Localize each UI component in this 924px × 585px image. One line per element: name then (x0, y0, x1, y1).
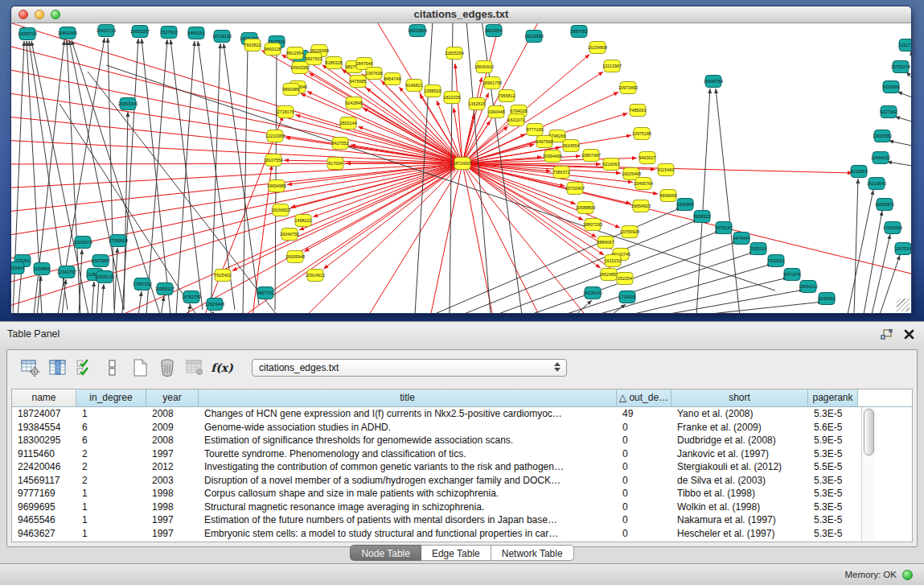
table-cell[interactable]: 19384554 (12, 421, 76, 435)
network-node[interactable]: 17957252 (133, 278, 152, 290)
close-panel-icon[interactable] (904, 328, 914, 343)
zoom-window-button[interactable] (51, 10, 60, 19)
network-node[interactable]: 12923448 (205, 299, 224, 311)
network-node[interactable]: 9242848 (346, 97, 363, 109)
network-node[interactable]: 1822035 (444, 92, 461, 104)
network-node[interactable]: 6497568 (536, 136, 553, 148)
network-node[interactable]: 1615152 (605, 255, 622, 267)
table-cell[interactable]: 2 (76, 460, 146, 474)
table-cell[interactable]: 5.3E-5 (808, 513, 858, 527)
table-cell[interactable]: 1997 (146, 513, 199, 527)
table-cell[interactable]: Yano et al. (2008) (671, 407, 808, 421)
network-node[interactable]: 8813054 (486, 25, 503, 37)
network-node[interactable]: 11825254 (445, 47, 464, 60)
table-cell[interactable]: Jankovic et al. (1997) (671, 447, 808, 461)
network-node[interactable]: 20891406 (58, 27, 77, 39)
network-node[interactable]: 7632621 (768, 255, 785, 267)
network-node[interactable]: 1167534 (895, 243, 911, 255)
network-node[interactable]: 8912954 (287, 47, 304, 60)
network-node[interactable]: 7625402 (215, 270, 232, 282)
network-node[interactable]: 14055724 (18, 28, 37, 40)
network-node[interactable]: 1588520 (425, 85, 441, 97)
network-node[interactable]: 8427552 (332, 138, 349, 150)
column-header-out-de-[interactable]: △ out_de… (617, 389, 671, 406)
network-node[interactable]: 12342757 (57, 266, 76, 278)
network-node[interactable]: 8215953 (851, 166, 868, 178)
table-cell[interactable]: 2008 (146, 407, 199, 421)
network-node[interactable]: 1498222 (295, 215, 312, 227)
network-node[interactable]: 19166823 (271, 204, 290, 216)
network-node[interactable]: 10654112 (799, 281, 818, 293)
table-select-dropdown[interactable]: citations_edges.txt (252, 359, 567, 377)
table-row[interactable]: 911546021997Tourette syndrome. Phenomeno… (12, 447, 912, 461)
network-node[interactable]: 9146821 (406, 80, 423, 92)
network-node[interactable]: 16009948 (285, 251, 305, 263)
network-node[interactable]: 7485063 (630, 105, 647, 117)
network-node[interactable]: 9115460 (658, 164, 675, 176)
table-cell[interactable]: 1 (76, 501, 146, 514)
network-node[interactable]: 2803144 (340, 117, 357, 130)
network-node[interactable]: 1621072 (508, 114, 525, 126)
table-cell[interactable]: 0 (617, 487, 671, 501)
table-cell[interactable]: 6 (76, 434, 146, 447)
table-row[interactable]: 969969511998Structural magnetic resonanc… (12, 501, 912, 514)
table-cell[interactable]: 5.3E-5 (808, 501, 858, 514)
table-cell[interactable]: 2012 (146, 460, 199, 474)
network-node[interactable]: 20206576 (73, 237, 92, 249)
table-cell[interactable]: 9115460 (12, 447, 76, 461)
network-node[interactable]: 1156869 (34, 263, 51, 275)
table-cell[interactable]: 2 (76, 474, 146, 488)
network-node[interactable]: 10688809 (576, 202, 595, 214)
network-node[interactable]: 10973493 (618, 82, 638, 94)
table-vertical-scrollbar[interactable] (861, 407, 875, 542)
network-node[interactable]: 10719195 (212, 31, 232, 43)
row-height-icon[interactable] (102, 357, 123, 378)
table-cell[interactable]: 0 (617, 460, 671, 474)
network-node[interactable]: 20431719 (97, 25, 116, 37)
table-cell[interactable]: Tourette syndrome. Phenomenology and cla… (199, 447, 617, 461)
table-cell[interactable]: 2009 (146, 421, 199, 435)
network-node[interactable]: 16961758 (483, 77, 502, 89)
table-row[interactable]: 2242004622012Investigating the contribut… (12, 460, 912, 474)
network-node[interactable]: 12213967 (602, 60, 622, 72)
network-node[interactable]: 18107554 (264, 154, 283, 167)
table-cell[interactable]: 1997 (146, 527, 199, 541)
network-canvas[interactable]: 1405572420891406204317191065328715276026… (11, 23, 911, 313)
table-cell[interactable]: 18300295 (12, 434, 76, 447)
table-cell[interactable]: 5.3E-5 (808, 447, 858, 461)
network-node[interactable]: 15720407 (565, 183, 585, 195)
float-panel-icon[interactable] (881, 328, 893, 343)
table-cell[interactable]: 0 (617, 434, 671, 447)
window-titlebar[interactable]: citations_edges.txt (11, 6, 911, 23)
network-node[interactable]: 8938923 (694, 211, 711, 223)
network-node[interactable]: 6216063 (603, 159, 620, 171)
network-node[interactable]: 12093582 (873, 130, 892, 142)
table-settings-icon[interactable] (20, 357, 41, 378)
network-node[interactable]: 9660128 (265, 43, 281, 56)
network-node[interactable]: 9890986 (283, 84, 300, 96)
network-node[interactable]: 10958107 (155, 283, 175, 295)
network-node[interactable]: 18807293 (583, 219, 602, 231)
column-header-short[interactable]: short (671, 389, 808, 406)
network-node[interactable]: 19692971 (875, 199, 894, 211)
network-node[interactable]: 3624554 (563, 140, 580, 152)
network-node[interactable]: 20053346 (118, 98, 138, 110)
table-cell[interactable]: Tibbo et al. (1998) (671, 487, 808, 501)
select-column-icon[interactable] (47, 357, 68, 378)
network-node[interactable]: 9245652 (819, 293, 836, 305)
table-cell[interactable]: 1 (76, 513, 146, 527)
table-cell[interactable]: 0 (617, 513, 671, 527)
network-view[interactable]: 1405572420891406204317191065328715276026… (11, 23, 911, 313)
network-node[interactable]: 16210643 (867, 178, 886, 190)
network-node[interactable]: 9475685 (350, 76, 367, 88)
network-node[interactable]: 10807487 (581, 150, 601, 162)
network-node[interactable]: 2935114 (750, 243, 767, 255)
table-cell[interactable]: 5.3E-5 (808, 487, 858, 501)
network-node[interactable]: 7386372 (553, 167, 570, 179)
tab-node-table[interactable]: Node Table (350, 545, 421, 561)
table-cell[interactable]: Embryonic stem cells: a model to study s… (199, 527, 617, 541)
network-node[interactable]: 8186328 (326, 57, 343, 69)
network-node[interactable]: 3915414 (11, 262, 25, 274)
table-cell[interactable]: 5.3E-5 (808, 407, 858, 421)
network-node[interactable]: 12505135 (95, 271, 114, 283)
